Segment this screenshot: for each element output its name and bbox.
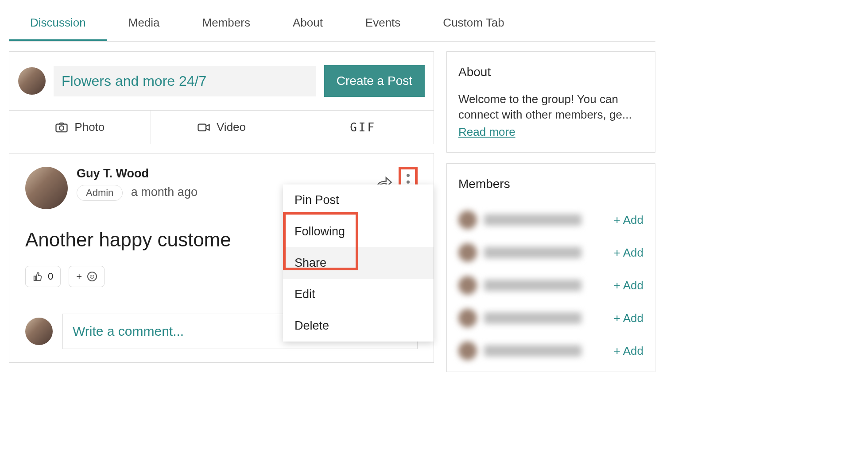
thumb-up-icon [33, 272, 43, 281]
about-text: Welcome to the group! You can connect wi… [458, 92, 643, 123]
member-row: + Add [458, 203, 643, 236]
add-member-link[interactable]: + Add [614, 213, 643, 227]
member-name [484, 214, 581, 226]
member-info [458, 211, 581, 229]
menu-delete[interactable]: Delete [283, 310, 434, 342]
post-composer: Create a Post Photo Video GIF [9, 51, 434, 144]
plus-label: + [76, 271, 82, 282]
member-row: + Add [458, 334, 643, 367]
menu-share[interactable]: Share [283, 247, 434, 279]
member-info [458, 243, 581, 262]
post-actions-menu: Pin Post Following Share Edit Delete [283, 184, 434, 342]
member-row: + Add [458, 302, 643, 334]
tab-events[interactable]: Events [344, 6, 422, 41]
member-avatar [458, 211, 477, 229]
add-member-link[interactable]: + Add [614, 344, 643, 358]
video-icon [197, 121, 210, 134]
member-info [458, 276, 581, 295]
tabs-bar: Discussion Media Members About Events Cu… [9, 6, 655, 42]
member-info [458, 309, 581, 327]
read-more-link[interactable]: Read more [458, 125, 515, 139]
admin-badge: Admin [77, 185, 123, 201]
smiley-icon [87, 272, 97, 281]
post-timestamp: a month ago [131, 185, 198, 199]
add-member-link[interactable]: + Add [614, 279, 643, 292]
post-card: Guy T. Wood Admin a month ago [9, 153, 434, 363]
like-count: 0 [48, 271, 53, 282]
member-avatar [458, 309, 477, 327]
member-name [484, 345, 581, 357]
svg-point-1 [59, 126, 64, 130]
menu-pin-post[interactable]: Pin Post [283, 184, 434, 216]
tab-members[interactable]: Members [181, 6, 271, 41]
commenter-avatar [25, 318, 53, 345]
composer-photo-label: Photo [74, 120, 105, 134]
tab-custom[interactable]: Custom Tab [422, 6, 525, 41]
member-avatar [458, 276, 477, 295]
member-name [484, 247, 581, 258]
add-member-link[interactable]: + Add [614, 311, 643, 325]
members-box: Members + Add+ Add+ Add+ Add+ Add [446, 163, 655, 372]
member-row: + Add [458, 236, 643, 269]
tab-discussion[interactable]: Discussion [9, 6, 107, 41]
menu-edit[interactable]: Edit [283, 279, 434, 310]
member-avatar [458, 243, 477, 262]
member-avatar [458, 342, 477, 360]
composer-input[interactable] [54, 66, 316, 96]
camera-icon [55, 121, 68, 134]
post-author-avatar[interactable] [25, 167, 68, 209]
composer-photo-button[interactable]: Photo [9, 111, 151, 144]
add-reaction-button[interactable]: + [69, 266, 105, 287]
member-row: + Add [458, 269, 643, 302]
gif-icon: GIF [350, 121, 376, 134]
add-member-link[interactable]: + Add [614, 246, 643, 260]
member-name [484, 280, 581, 291]
menu-following[interactable]: Following [283, 216, 434, 247]
like-button[interactable]: 0 [25, 266, 61, 287]
tab-about[interactable]: About [271, 6, 344, 41]
post-author-name[interactable]: Guy T. Wood [77, 167, 198, 180]
tab-media[interactable]: Media [107, 6, 181, 41]
about-title: About [458, 65, 643, 79]
composer-gif-button[interactable]: GIF [292, 111, 434, 144]
create-post-button[interactable]: Create a Post [324, 65, 425, 97]
member-name [484, 312, 581, 324]
composer-video-label: Video [217, 120, 246, 134]
members-list: + Add+ Add+ Add+ Add+ Add [458, 203, 643, 367]
svg-rect-2 [198, 124, 206, 131]
member-info [458, 342, 581, 360]
about-box: About Welcome to the group! You can conn… [446, 51, 655, 153]
composer-video-button[interactable]: Video [151, 111, 293, 144]
composer-avatar [18, 67, 46, 95]
members-title: Members [458, 177, 643, 191]
